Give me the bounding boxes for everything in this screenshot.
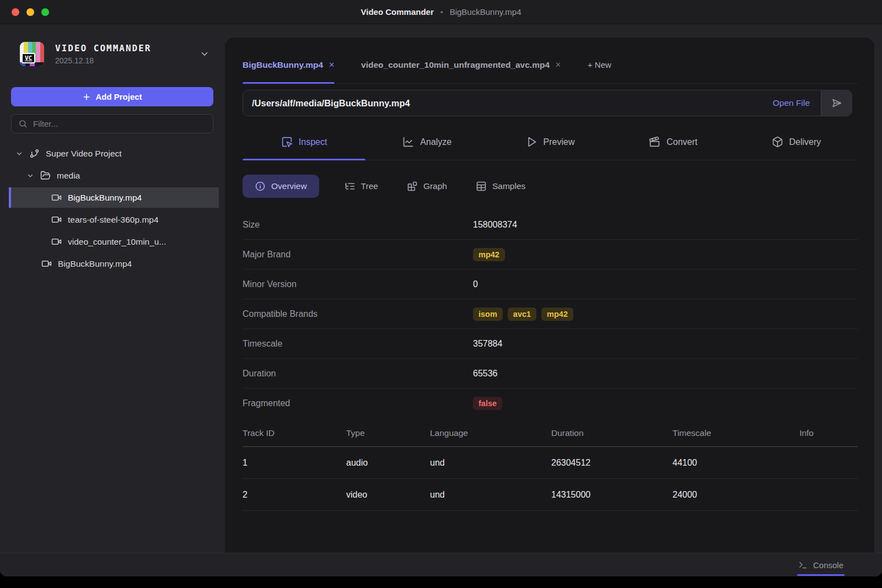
close-tab-icon[interactable]: ✕ <box>555 61 561 69</box>
field-label: Fragmented <box>243 398 473 408</box>
file-tab[interactable]: BigBuckBunny.mp4 ✕ <box>243 46 335 83</box>
tab-label: Analyze <box>420 137 451 147</box>
console-toggle-button[interactable]: Console <box>797 553 845 576</box>
tree-item-project[interactable]: Super Video Project <box>9 143 219 164</box>
field-label: Minor Version <box>243 279 473 289</box>
field-label: Duration <box>243 369 473 379</box>
track-timescale-cell: 44100 <box>673 458 797 468</box>
subtab-tree[interactable]: Tree <box>341 181 381 192</box>
field-label: Timescale <box>243 339 473 349</box>
tree-item-file[interactable]: BigBuckBunny.mp4 <box>9 253 219 274</box>
chevron-down-icon[interactable] <box>26 172 34 180</box>
subtab-label: Graph <box>423 181 447 191</box>
field-row-size: Size 158008374 <box>243 210 858 240</box>
info-icon <box>255 181 266 192</box>
add-project-button[interactable]: Add Project <box>11 87 213 106</box>
tab-label: Delivery <box>789 137 821 147</box>
close-tab-icon[interactable]: ✕ <box>329 61 335 69</box>
tree-item-label: tears-of-steel-360p.mp4 <box>68 215 159 225</box>
file-path-bar: Open File <box>243 90 852 116</box>
brand-badge: isom <box>473 308 503 321</box>
field-row-major-brand: Major Brand mp42 <box>243 240 858 269</box>
field-value: 0 <box>473 279 858 289</box>
tree-item-media-folder[interactable]: media <box>9 165 219 186</box>
field-row-compatible-brands: Compatible Brands isom avc1 mp42 <box>243 299 858 329</box>
open-file-button[interactable]: Open File <box>762 90 821 116</box>
tree-item-file[interactable]: tears-of-steel-360p.mp4 <box>9 209 219 230</box>
tree-item-label: media <box>57 171 80 181</box>
status-badge: false <box>473 397 502 410</box>
video-camera-icon <box>51 214 62 225</box>
add-project-label: Add Project <box>95 92 142 101</box>
video-camera-icon <box>41 258 52 269</box>
tab-label: Preview <box>544 137 575 147</box>
table-icon <box>476 181 487 192</box>
submit-path-button[interactable] <box>821 90 852 116</box>
field-row-duration: Duration 65536 <box>243 359 858 389</box>
file-tab[interactable]: video_counter_10min_unfragmented_avc.mp4… <box>361 46 561 83</box>
content-card: BigBuckBunny.mp4 ✕ video_counter_10min_u… <box>225 37 874 553</box>
brand-badge: avc1 <box>508 308 536 321</box>
track-type-cell: video <box>346 490 430 500</box>
console-label: Console <box>813 560 843 570</box>
file-path-input[interactable] <box>252 98 762 109</box>
field-label: Compatible Brands <box>243 309 473 319</box>
subtab-label: Overview <box>271 181 307 191</box>
tree-item-file[interactable]: video_counter_10min_u... <box>9 231 219 252</box>
git-branch-icon <box>29 148 40 159</box>
brand-texts: VIDEO COMMANDER 2025.12.18 <box>55 43 200 65</box>
app-window: Video Commander • BigBuckBunny.mp4 VC VI… <box>0 0 882 576</box>
tab-convert[interactable]: Convert <box>612 124 735 160</box>
project-tree: Super Video Project media BigBuckBunny.m… <box>0 143 225 274</box>
subtab-samples[interactable]: Samples <box>472 181 529 192</box>
plus-icon <box>82 93 91 101</box>
tab-analyze[interactable]: Analyze <box>365 124 488 160</box>
field-badges: false <box>473 397 858 410</box>
filter-input[interactable] <box>33 119 206 128</box>
tree-item-label: BigBuckBunny.mp4 <box>58 259 132 269</box>
close-window-button[interactable] <box>12 8 19 16</box>
path-input-wrap <box>243 90 762 116</box>
field-row-fragmented: Fragmented false <box>243 389 858 418</box>
status-bar: Console <box>0 553 882 576</box>
main-area: BigBuckBunny.mp4 ✕ video_counter_10min_u… <box>225 24 882 553</box>
sidebar: VC VIDEO COMMANDER 2025.12.18 Add Projec… <box>0 24 225 553</box>
new-tab-button[interactable]: + New <box>588 60 611 69</box>
tree-item-label: BigBuckBunny.mp4 <box>68 193 142 203</box>
tab-preview[interactable]: Preview <box>488 124 611 160</box>
tab-delivery[interactable]: Delivery <box>735 124 858 160</box>
track-duration-cell: 14315000 <box>551 490 673 500</box>
chevron-down-icon[interactable] <box>15 150 23 158</box>
tab-inspect[interactable]: Inspect <box>243 124 365 160</box>
zoom-window-button[interactable] <box>41 8 49 16</box>
list-tree-icon <box>345 181 356 192</box>
minimize-window-button[interactable] <box>26 8 34 16</box>
table-row[interactable]: 2 video und 14315000 24000 <box>243 479 858 511</box>
table-row[interactable]: 1 audio und 26304512 44100 <box>243 447 858 479</box>
field-row-timescale: Timescale 357884 <box>243 329 858 359</box>
column-header: Language <box>430 428 551 438</box>
tab-label: Inspect <box>299 137 327 147</box>
column-header: Track ID <box>243 428 346 438</box>
main-tab-bar: Inspect Analyze Preview Convert <box>243 124 858 160</box>
field-badges: mp42 <box>473 248 858 261</box>
track-duration-cell: 26304512 <box>551 458 673 468</box>
file-tab-label: video_counter_10min_unfragmented_avc.mp4 <box>361 60 550 70</box>
folder-open-icon <box>40 170 51 181</box>
track-language-cell: und <box>430 490 551 500</box>
field-value: 158008374 <box>473 220 858 230</box>
track-timescale-cell: 24000 <box>673 490 797 500</box>
subtab-graph[interactable]: Graph <box>404 181 450 192</box>
subtab-label: Tree <box>361 181 378 191</box>
chevron-down-icon[interactable] <box>200 49 209 59</box>
play-icon <box>526 136 537 148</box>
subtab-overview[interactable]: Overview <box>243 175 319 198</box>
terminal-icon <box>798 560 808 570</box>
brand-badge: mp42 <box>541 308 573 321</box>
tree-item-file-selected[interactable]: BigBuckBunny.mp4 <box>9 187 219 208</box>
column-header: Type <box>346 428 430 438</box>
brand-header[interactable]: VC VIDEO COMMANDER 2025.12.18 <box>0 42 225 66</box>
track-id-cell: 2 <box>243 490 346 500</box>
track-type-cell: audio <box>346 458 430 468</box>
brand-version: 2025.12.18 <box>55 56 200 65</box>
